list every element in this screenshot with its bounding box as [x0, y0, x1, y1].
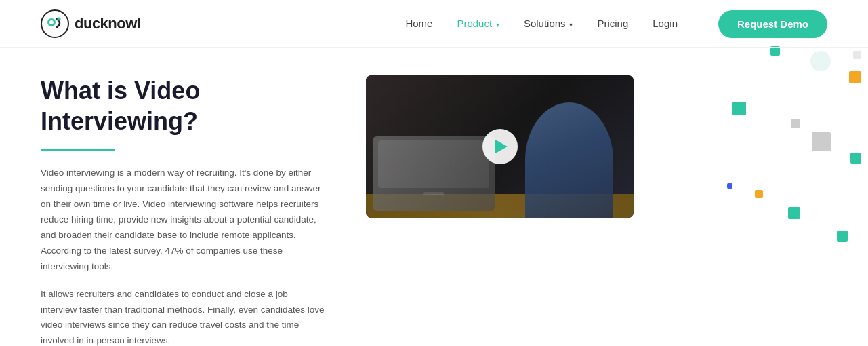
navbar: ducknowl Home Product ▾ Solutions ▾ Pric… [0, 0, 868, 48]
nav-item-product[interactable]: Product ▾ [457, 18, 499, 30]
play-button[interactable] [482, 129, 518, 164]
brand-name: ducknowl [75, 15, 140, 33]
nav-item-pricing[interactable]: Pricing [597, 18, 628, 30]
svg-point-2 [49, 20, 54, 24]
text-section: What is Video Interviewing? Video interv… [41, 75, 325, 346]
nav-links: Home Product ▾ Solutions ▾ Pricing Login [405, 18, 678, 30]
main-heading: What is Video Interviewing? [41, 75, 325, 136]
main-content: What is Video Interviewing? Video interv… [0, 48, 868, 346]
play-icon [495, 140, 508, 153]
body-paragraph-2: It allows recruiters and candidates to c… [41, 287, 325, 346]
product-chevron: ▾ [494, 21, 499, 28]
svg-point-3 [58, 18, 61, 21]
nav-link-solutions[interactable]: Solutions ▾ [524, 18, 573, 29]
nav-item-home[interactable]: Home [405, 18, 432, 30]
nav-item-login[interactable]: Login [653, 18, 678, 30]
nav-link-product[interactable]: Product ▾ [457, 18, 499, 29]
nav-item-solutions[interactable]: Solutions ▾ [524, 18, 573, 30]
video-thumbnail[interactable] [366, 75, 634, 218]
nav-link-pricing[interactable]: Pricing [597, 18, 628, 29]
body-paragraph-1: Video interviewing is a modern way of re… [41, 166, 325, 275]
heading-underline [41, 149, 115, 151]
logo[interactable]: ducknowl [41, 9, 140, 38]
nav-link-login[interactable]: Login [653, 18, 678, 29]
nav-link-home[interactable]: Home [405, 18, 432, 29]
video-section [366, 75, 637, 346]
logo-icon [41, 9, 69, 38]
solutions-chevron: ▾ [568, 21, 573, 28]
request-demo-button[interactable]: Request Demo [718, 10, 827, 38]
